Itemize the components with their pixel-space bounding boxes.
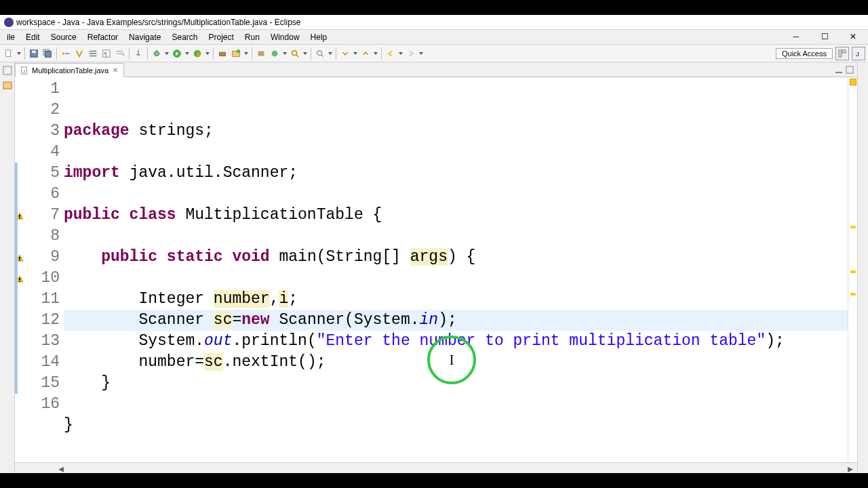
minimize-view-icon[interactable] bbox=[834, 65, 844, 75]
package-explorer-icon[interactable] bbox=[2, 80, 13, 91]
show-whitespace-icon[interactable]: ¶ bbox=[100, 47, 113, 60]
next-annotation-icon[interactable] bbox=[339, 47, 351, 60]
new-class-dropdown[interactable] bbox=[282, 47, 288, 60]
back-dropdown[interactable] bbox=[398, 47, 403, 60]
svg-line-28 bbox=[321, 54, 323, 56]
debug-icon[interactable] bbox=[151, 47, 163, 60]
menu-run[interactable]: Run bbox=[239, 31, 265, 43]
new-class-icon[interactable] bbox=[269, 47, 281, 60]
close-button[interactable]: ✕ bbox=[840, 30, 867, 43]
coverage-icon[interactable] bbox=[191, 47, 203, 60]
right-trim bbox=[857, 62, 868, 473]
code-line[interactable]: System.out.println("Enter the number to … bbox=[64, 331, 848, 352]
code-line[interactable]: number=sc.nextInt(); bbox=[64, 352, 848, 373]
svg-rect-23 bbox=[258, 51, 264, 56]
menu-refactor[interactable]: Refactor bbox=[82, 31, 123, 43]
svg-rect-41 bbox=[19, 260, 20, 261]
new-icon[interactable] bbox=[3, 47, 15, 60]
toggle-word-wrap-icon[interactable] bbox=[114, 47, 126, 60]
svg-rect-36 bbox=[835, 72, 842, 73]
svg-rect-7 bbox=[65, 53, 69, 54]
svg-rect-1 bbox=[9, 49, 12, 52]
code-line[interactable]: } bbox=[64, 415, 848, 436]
editor-tab-bar: J MultiplicationTable.java ✕ bbox=[15, 62, 857, 77]
scroll-right-icon[interactable]: ▸ bbox=[845, 463, 856, 473]
new-project-dropdown[interactable] bbox=[243, 47, 249, 60]
editor-tab[interactable]: J MultiplicationTable.java ✕ bbox=[15, 63, 124, 77]
coverage-dropdown[interactable] bbox=[205, 47, 210, 60]
toggle-breadcrumb-icon[interactable] bbox=[60, 47, 72, 60]
prev-annotation-dropdown[interactable] bbox=[373, 47, 378, 60]
new-package-icon[interactable] bbox=[255, 47, 267, 60]
forward-dropdown[interactable] bbox=[418, 47, 424, 60]
open-type-dropdown[interactable] bbox=[302, 47, 308, 60]
overview-ruler[interactable] bbox=[848, 77, 857, 462]
new-java-project-icon[interactable] bbox=[230, 47, 242, 60]
next-annotation-dropdown[interactable] bbox=[353, 47, 358, 60]
code-line[interactable] bbox=[64, 184, 848, 205]
code-line[interactable]: public class MultiplicationTable { bbox=[64, 205, 848, 226]
quick-access[interactable]: Quick Access bbox=[776, 48, 833, 59]
code-line[interactable]: package strings; bbox=[64, 121, 848, 142]
menu-source[interactable]: Source bbox=[45, 31, 82, 43]
scroll-left-icon[interactable]: ◂ bbox=[56, 463, 66, 473]
code-line[interactable]: Integer number,i; bbox=[64, 289, 848, 310]
java-perspective-icon[interactable]: J bbox=[852, 47, 865, 60]
svg-rect-30 bbox=[842, 49, 846, 52]
back-icon[interactable] bbox=[384, 47, 397, 60]
code-line[interactable]: Scanner sc=new Scanner(System.in); bbox=[64, 310, 848, 331]
svg-rect-20 bbox=[220, 52, 226, 56]
code-editor[interactable]: package strings; import java.util.Scanne… bbox=[64, 77, 848, 462]
code-line[interactable] bbox=[64, 394, 848, 415]
code-line[interactable]: } bbox=[64, 373, 848, 394]
svg-text:J: J bbox=[856, 49, 859, 57]
java-file-icon: J bbox=[20, 66, 29, 75]
overview-summary-icon[interactable] bbox=[850, 79, 856, 85]
maximize-button[interactable]: ☐ bbox=[811, 30, 838, 43]
run-dropdown[interactable] bbox=[184, 47, 190, 60]
save-icon[interactable] bbox=[28, 47, 40, 60]
code-line[interactable] bbox=[64, 268, 848, 289]
svg-rect-29 bbox=[839, 49, 842, 57]
search-icon[interactable] bbox=[314, 47, 326, 60]
run-icon[interactable] bbox=[171, 47, 183, 60]
overview-warning-mark[interactable] bbox=[850, 226, 856, 228]
menu-search[interactable]: Search bbox=[166, 31, 203, 43]
open-type-icon[interactable] bbox=[289, 47, 301, 60]
debug-dropdown[interactable] bbox=[164, 47, 170, 60]
code-line[interactable]: public static void main(String[] args) { bbox=[64, 247, 848, 268]
menu-project[interactable]: Project bbox=[203, 31, 239, 43]
restore-view-icon[interactable] bbox=[2, 65, 13, 76]
save-all-icon[interactable] bbox=[41, 47, 54, 60]
svg-rect-3 bbox=[32, 50, 35, 53]
menu-window[interactable]: Window bbox=[265, 31, 305, 43]
forward-icon[interactable] bbox=[405, 47, 417, 60]
menu-navigate[interactable]: Navigate bbox=[123, 31, 166, 43]
svg-rect-39 bbox=[19, 218, 20, 219]
overview-warning-mark[interactable] bbox=[850, 270, 856, 273]
maximize-view-icon[interactable] bbox=[845, 65, 854, 75]
block-selection-icon[interactable] bbox=[87, 47, 99, 60]
svg-point-27 bbox=[317, 50, 322, 55]
tab-close-icon[interactable]: ✕ bbox=[111, 66, 119, 75]
minimize-button[interactable]: ─ bbox=[783, 30, 810, 43]
overview-warning-mark[interactable] bbox=[850, 293, 856, 296]
external-tools-icon[interactable] bbox=[216, 47, 229, 60]
code-line[interactable] bbox=[64, 436, 848, 457]
prev-annotation-icon[interactable] bbox=[359, 47, 372, 60]
new-dropdown[interactable] bbox=[16, 47, 22, 60]
code-line[interactable] bbox=[64, 226, 848, 247]
pin-icon[interactable] bbox=[132, 47, 144, 60]
editor-gutter: 12345678910111213141516 bbox=[15, 77, 64, 462]
svg-rect-42 bbox=[19, 278, 20, 280]
open-perspective-icon[interactable] bbox=[835, 47, 849, 60]
code-line[interactable]: import java.util.Scanner; bbox=[64, 163, 848, 184]
horizontal-scrollbar[interactable]: ◂ ▸ bbox=[15, 462, 857, 473]
svg-rect-10 bbox=[90, 55, 97, 56]
menu-ile[interactable]: ile bbox=[1, 31, 20, 43]
menu-edit[interactable]: Edit bbox=[20, 31, 45, 43]
toggle-mark-icon[interactable] bbox=[73, 47, 85, 60]
code-line[interactable] bbox=[64, 142, 848, 163]
search-dropdown[interactable] bbox=[328, 47, 333, 60]
menu-help[interactable]: Help bbox=[305, 31, 333, 43]
